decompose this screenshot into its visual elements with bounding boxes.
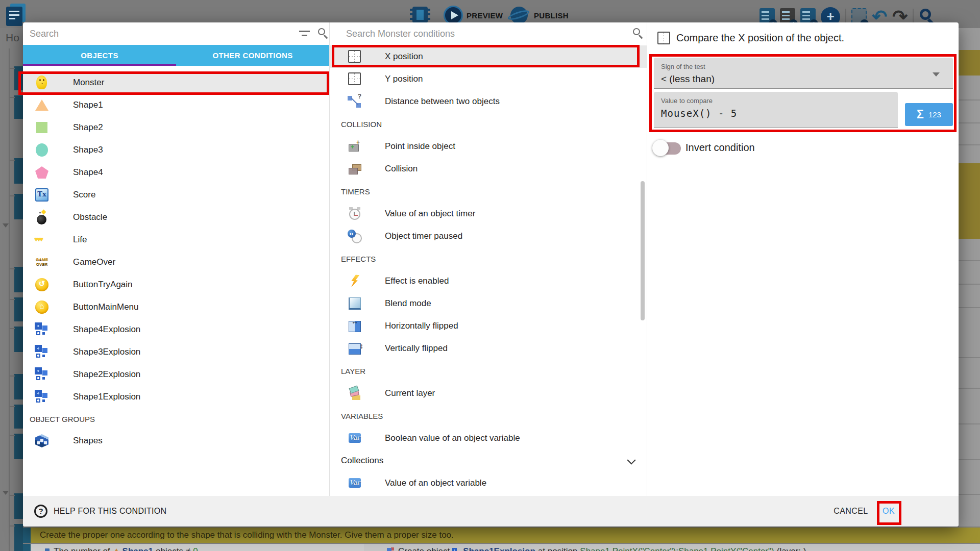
background-strip-separator (959, 357, 980, 358)
object-label: Life (73, 235, 87, 245)
event-row-strip (23, 544, 31, 551)
object-label: ButtonMainMenu (73, 302, 139, 312)
choose-condition-dialog: OBJECTSOTHER CONDITIONS MonsterShape1Sha… (23, 22, 959, 527)
collapse-arrow-icon (3, 223, 9, 228)
gameover-icon (34, 255, 50, 270)
condition-label: Effect is enabled (385, 276, 449, 286)
condition-row-y-position[interactable]: Y position (330, 68, 647, 90)
condition-row-vertically-flipped[interactable]: Vertically flipped (330, 337, 647, 360)
condition-label: Horizontally flipped (385, 321, 458, 331)
event-tree-tick (9, 299, 15, 300)
sign-of-test-select[interactable]: Sign of the test < (less than) (654, 58, 953, 89)
publish-planet-icon[interactable] (510, 7, 528, 24)
h-flip-icon (347, 318, 362, 334)
object-row-shape2[interactable]: Shape2 (23, 116, 329, 139)
preview-label[interactable]: PREVIEW (467, 11, 503, 20)
object-row-shape4explosion[interactable]: Shape4Explosion (23, 318, 329, 341)
object-row-monster[interactable]: Monster (23, 71, 329, 94)
condition-row-boolean-value-of-an-object-variable[interactable]: Boolean value of an object variable (330, 427, 647, 449)
object-row-buttonmainmenu[interactable]: ButtonMainMenu (23, 296, 329, 318)
publish-label[interactable]: PUBLISH (534, 11, 569, 20)
background-strip-separator (959, 122, 980, 123)
condition-label: X position (385, 52, 423, 62)
monster-icon (34, 75, 50, 90)
event-condition-cell: The number of Shape1 objects ≠ 0 (31, 544, 378, 551)
tab-other-conditions[interactable]: OTHER CONDITIONS (176, 45, 329, 66)
expression-editor-button[interactable]: Σ 123 (905, 103, 953, 126)
condition-row-value-of-an-object-variable[interactable]: Value of an object variable (330, 472, 647, 494)
sign-of-test-label: Sign of the test (661, 63, 953, 70)
tab-objects[interactable]: OBJECTS (23, 45, 176, 66)
condition-row-current-layer[interactable]: Current layer (330, 382, 647, 405)
object-row-shape2explosion[interactable]: Shape2Explosion (23, 363, 329, 386)
section-header-collision: COLLISION (330, 113, 647, 135)
event-block (14, 158, 23, 184)
event-block (14, 524, 23, 551)
collapsible-collections[interactable]: Collections (330, 449, 647, 472)
section-header-timers: TIMERS (330, 180, 647, 203)
object-label: Shape4Explosion (73, 324, 140, 335)
condition-label: Y position (385, 74, 423, 84)
event-block (14, 194, 23, 219)
comment-text: Create the proper one according to the s… (40, 530, 454, 540)
event-block (14, 95, 23, 119)
object-row-shape1explosion[interactable]: Shape1Explosion (23, 386, 329, 408)
value-to-compare-value: MouseX() - 5 (661, 108, 898, 119)
x-position-icon (656, 31, 671, 45)
debugger-icon[interactable] (412, 7, 428, 23)
background-strip-separator (959, 423, 980, 424)
event-block (14, 405, 23, 429)
invert-condition-toggle[interactable] (652, 139, 684, 157)
object-row-life[interactable]: Life (23, 229, 329, 251)
condition-text2: objects (156, 546, 183, 551)
event-tree-tick (9, 406, 15, 407)
condition-row-collision[interactable]: Collision (330, 158, 647, 180)
object-row-score[interactable]: Score (23, 184, 329, 206)
object-label: GameOver (73, 257, 115, 267)
toggle-knob (652, 140, 669, 156)
ok-button[interactable]: OK (873, 496, 904, 527)
conditions-scrollbar[interactable] (641, 181, 645, 320)
section-header-variables: VARIABLES (330, 405, 647, 427)
filter-icon[interactable] (299, 28, 311, 39)
condition-row-blend-mode[interactable]: Blend mode (330, 292, 647, 315)
event-block (14, 374, 23, 399)
score-text-icon (34, 187, 50, 203)
condition-operator: ≠ (186, 546, 190, 551)
background-strip-separator (959, 307, 980, 308)
condition-row-point-inside-object[interactable]: Point inside object (330, 135, 647, 158)
object-row-obstacle[interactable]: Obstacle (23, 206, 329, 229)
condition-label: Value of an object timer (385, 209, 475, 219)
event-tree-tick (9, 525, 15, 527)
condition-row-distance-between-two-objects[interactable]: Distance between two objects (330, 90, 647, 113)
background-strip-separator (959, 144, 980, 145)
create-object-icon (386, 547, 396, 551)
condition-row-effect-is-enabled[interactable]: Effect is enabled (330, 270, 647, 292)
object-row-shape3explosion[interactable]: Shape3Explosion (23, 341, 329, 363)
object-label: Score (73, 190, 95, 200)
cancel-button[interactable]: CANCEL (828, 496, 873, 527)
distance-icon (347, 94, 362, 109)
object-row-shape4[interactable]: Shape4 (23, 161, 329, 184)
object-row-shapes[interactable]: Shapes (23, 430, 329, 452)
condition-value: 0 (193, 546, 198, 551)
condition-row-horizontally-flipped[interactable]: Horizontally flipped (330, 315, 647, 337)
object-label: Shape3Explosion (73, 347, 140, 357)
event-tree-tick (9, 328, 15, 329)
object-label: Shape2Explosion (73, 369, 140, 380)
event-tree-tick (9, 195, 15, 196)
condition-row-object-timer-paused[interactable]: Object timer paused (330, 225, 647, 247)
cube-group-icon (34, 433, 50, 448)
condition-row-x-position[interactable]: X position (330, 45, 647, 68)
object-row-gameover[interactable]: GameOver (23, 251, 329, 273)
help-button[interactable]: HELP FOR THIS CONDITION (31, 496, 169, 527)
object-row-buttontryagain[interactable]: ButtonTryAgain (23, 273, 329, 296)
event-block (14, 267, 23, 292)
object-row-shape3[interactable]: Shape3 (23, 139, 329, 161)
objects-tabs: OBJECTSOTHER CONDITIONS (23, 45, 329, 66)
object-row-shape1[interactable]: Shape1 (23, 94, 329, 116)
objects-search-input[interactable] (23, 23, 296, 44)
conditions-search-input[interactable] (330, 23, 623, 44)
value-to-compare-input[interactable]: Value to compare MouseX() - 5 (654, 92, 898, 128)
condition-row-value-of-an-object-timer[interactable]: Value of an object timer (330, 203, 647, 225)
